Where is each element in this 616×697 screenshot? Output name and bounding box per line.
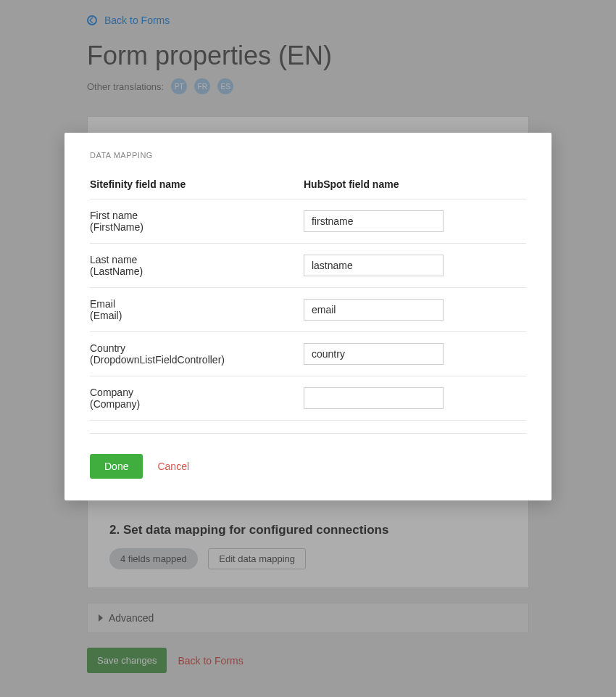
col-hubspot-header: HubSpot field name (304, 173, 526, 199)
hubspot-field-input[interactable] (304, 343, 444, 365)
field-id: (Company) (90, 398, 296, 410)
hubspot-field-input[interactable] (304, 299, 444, 321)
table-row: Company (Company) (90, 376, 526, 421)
table-row: Last name (LastName) (90, 244, 526, 288)
field-id: (DropdownListFieldController) (90, 354, 296, 366)
field-label: First name (90, 210, 296, 221)
field-id: (FirstName) (90, 221, 296, 233)
data-mapping-modal: DATA MAPPING Sitefinity field name HubSp… (64, 133, 552, 500)
table-row: Email (Email) (90, 288, 526, 332)
cancel-link[interactable]: Cancel (157, 461, 189, 472)
hubspot-field-input[interactable] (304, 387, 444, 409)
modal-header: DATA MAPPING (90, 151, 526, 160)
table-row: Country (DropdownListFieldController) (90, 332, 526, 376)
field-label: Last name (90, 254, 296, 265)
field-id: (LastName) (90, 265, 296, 277)
field-label: Country (90, 342, 296, 354)
col-sitefinity-header: Sitefinity field name (90, 173, 304, 199)
modal-overlay: DATA MAPPING Sitefinity field name HubSp… (0, 0, 616, 697)
hubspot-field-input[interactable] (304, 255, 444, 276)
field-label: Email (90, 298, 296, 310)
done-button[interactable]: Done (90, 454, 143, 479)
field-id: (Email) (90, 310, 296, 321)
hubspot-field-input[interactable] (304, 210, 444, 232)
field-label: Company (90, 387, 296, 398)
table-row: First name (FirstName) (90, 199, 526, 244)
mapping-table: Sitefinity field name HubSpot field name… (90, 173, 526, 421)
